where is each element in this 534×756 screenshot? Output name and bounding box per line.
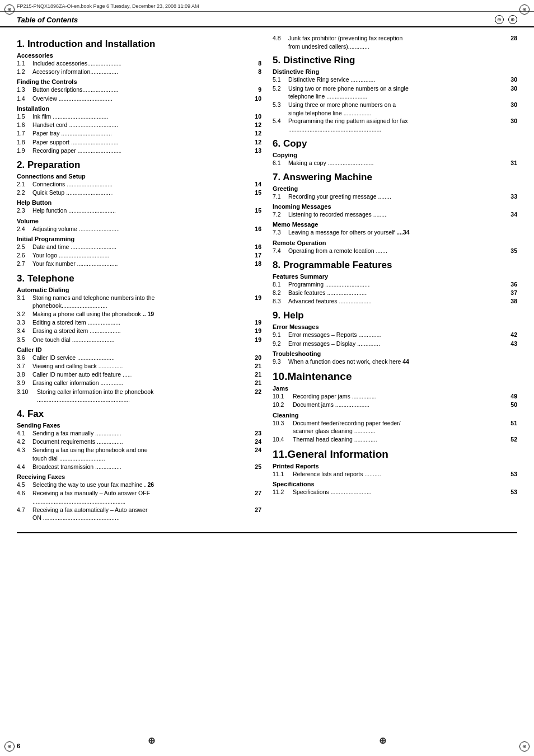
- section-3: 3. Telephone Automatic Dialing 3.1 Stori…: [17, 273, 261, 405]
- toc-5-4: 5.4 Programming the ring pattern assigne…: [273, 117, 517, 133]
- toc-page: 16: [255, 225, 261, 233]
- toc-page: 33: [510, 192, 517, 201]
- toc-num: 1.3: [17, 86, 32, 94]
- toc-1-5: 1.5 Ink film ...........................…: [17, 112, 261, 121]
- subsection-connections: Connections and Setup: [17, 173, 261, 180]
- toc-page: 12: [255, 129, 261, 138]
- toc-1-4: 1.4 Overview ...........................…: [17, 95, 261, 103]
- toc-4-2: 4.2 Document requirements ..............…: [17, 438, 261, 446]
- toc-page: 9: [258, 86, 261, 94]
- toc-num: 9.3: [273, 358, 288, 366]
- toc-text: Caller ID number auto edit feature .....…: [32, 370, 255, 379]
- toc-num: 4.6: [17, 489, 32, 505]
- toc-num: 1.9: [17, 147, 32, 155]
- toc-text: Accessory information...................…: [32, 68, 258, 76]
- toc-text: Leaving a message for others or yourself…: [288, 228, 517, 237]
- toc-text: Using two or more phone numbers on a sin…: [288, 84, 509, 101]
- toc-num: 1.8: [17, 138, 32, 147]
- toc-text: Document jams ..........................…: [293, 401, 510, 409]
- toc-page: 20: [255, 354, 261, 362]
- toc-text: Recording your greeting message ........…: [288, 192, 510, 201]
- toc-num: 6.1: [273, 159, 288, 167]
- toc-page: 30: [509, 117, 517, 133]
- toc-5-3: 5.3 Using three or more phone numbers on…: [273, 101, 517, 117]
- toc-num: 7.4: [273, 247, 288, 255]
- toc-text: Quick Setup ............................…: [32, 189, 255, 197]
- section-6-title: 6. Copy: [273, 138, 517, 149]
- toc-4-3: 4.3 Sending a fax using the phonebook an…: [17, 446, 261, 462]
- toc-page: 30: [510, 76, 517, 84]
- toc-num: 2.3: [17, 206, 32, 215]
- corner-mark-br: ⊕: [519, 741, 530, 752]
- toc-1-7: 1.7 Paper tray .........................…: [17, 129, 261, 138]
- toc-3-6: 3.6 Caller ID service ..................…: [17, 354, 261, 362]
- toc-text: Editing a stored item ..................…: [32, 318, 255, 327]
- toc-num: 11.2: [273, 488, 293, 496]
- toc-text: Selecting the way to use your fax machin…: [32, 481, 261, 489]
- toc-7-2: 7.2 Listening to recorded messages .....…: [273, 210, 517, 219]
- toc-num: 10.3: [273, 419, 293, 435]
- toc-num: 1.2: [17, 68, 32, 76]
- toc-text: When a function does not work, check her…: [288, 358, 517, 366]
- section-4: 4. Fax Sending Faxes 4.1 Sending a fax m…: [17, 408, 261, 522]
- section-10-title: 10.Maintenance: [273, 370, 517, 383]
- subsection-accessories: Accessories: [17, 52, 261, 59]
- corner-mark-tr: ⊕: [519, 4, 530, 15]
- toc-text: Advanced features ......................…: [288, 297, 510, 306]
- toc-page: 19: [255, 327, 261, 335]
- toc-num: 5.3: [273, 101, 288, 117]
- toc-page: 42: [510, 331, 517, 339]
- toc-page: 14: [255, 180, 261, 189]
- toc-9-3: 9.3 When a function does not work, check…: [273, 358, 517, 366]
- toc-num: 2.4: [17, 225, 32, 233]
- subsection-installation: Installation: [17, 105, 261, 112]
- toc-page: 23: [255, 429, 261, 438]
- bottom-crosshair-left: ⊕: [148, 735, 155, 746]
- toc-page: 31: [510, 159, 517, 167]
- toc-num: 3.9: [17, 379, 32, 387]
- toc-1-9: 1.9 Recording paper ....................…: [17, 147, 261, 155]
- section-8-title: 8. Programmable Features: [273, 260, 517, 271]
- toc-page: 35: [510, 247, 517, 255]
- subsection-auto-dial: Automatic Dialing: [17, 287, 261, 293]
- toc-7-4: 7.4 Operating from a remote location ...…: [273, 247, 517, 255]
- toc-5-2: 5.2 Using two or more phone numbers on a…: [273, 84, 517, 101]
- toc-4-4: 4.4 Broadcast transmission .............…: [17, 463, 261, 471]
- toc-text: Button descriptions.....................…: [32, 86, 258, 94]
- toc-text: Viewing and calling back ...............…: [32, 362, 255, 370]
- toc-1-8: 1.8 Paper support ......................…: [17, 138, 261, 147]
- toc-text: Paper tray .............................…: [32, 129, 255, 138]
- toc-num: 2.7: [17, 260, 32, 268]
- subsection-jams: Jams: [273, 385, 517, 392]
- toc-page: 27: [254, 506, 261, 522]
- toc-num: 3.7: [17, 362, 32, 370]
- section-11: 11.General Information Printed Reports 1…: [273, 448, 517, 496]
- toc-page: 18: [255, 260, 261, 268]
- toc-text: Programming ............................…: [288, 280, 510, 289]
- section-2-title: 2. Preparation: [17, 159, 261, 171]
- bottom-crosshair-right: ⊕: [379, 735, 386, 746]
- section-7: 7. Answering Machine Greeting 7.1 Record…: [273, 172, 517, 255]
- subsection-cleaning: Cleaning: [273, 412, 517, 419]
- toc-page: 25: [255, 463, 261, 471]
- subsection-troubleshooting: Troubleshooting: [273, 350, 517, 357]
- toc-page: 38: [510, 297, 517, 306]
- toc-2-3: 2.3 Help function ......................…: [17, 206, 261, 215]
- toc-text: Making a phone call using the phonebook …: [32, 310, 261, 318]
- toc-page: 13: [255, 147, 261, 155]
- toc-page: 51: [509, 419, 517, 435]
- toc-text: Using three or more phone numbers on a s…: [288, 101, 509, 117]
- toc-num: 3.5: [17, 336, 32, 344]
- toc-page: 15: [255, 189, 261, 197]
- toc-text: Ink film ...............................…: [32, 112, 255, 121]
- toc-num: 4.8: [273, 34, 288, 50]
- toc-text: Connections ............................…: [32, 180, 255, 189]
- toc-4-1: 4.1 Sending a fax manually .............…: [17, 429, 261, 438]
- toc-num: 8.1: [273, 280, 288, 289]
- toc-page: 19: [255, 336, 261, 344]
- section-2: 2. Preparation Connections and Setup 2.1…: [17, 159, 261, 269]
- toc-num: 4.1: [17, 429, 32, 438]
- header-circle-left: ⊕: [495, 15, 504, 24]
- toc-page: 30: [509, 101, 517, 117]
- toc-3-9: 3.9 Erasing caller information .........…: [17, 379, 261, 387]
